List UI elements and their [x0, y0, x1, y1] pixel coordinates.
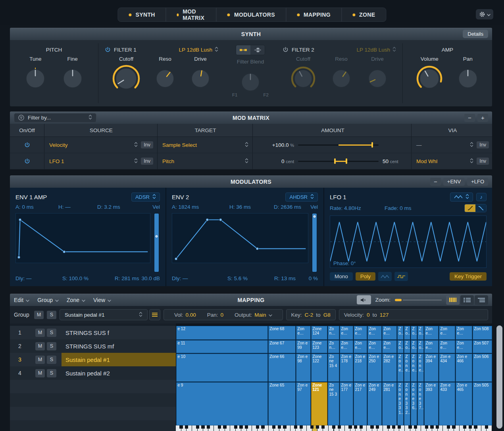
row-mute-button[interactable]: M: [35, 329, 45, 337]
piano-key-black[interactable]: [425, 425, 428, 429]
piano-key-black[interactable]: [408, 425, 412, 429]
row-mute-button[interactable]: M: [35, 369, 45, 377]
lfo-waveform-dropdown[interactable]: [450, 192, 473, 202]
zone-cell[interactable]: Z o…: [417, 340, 424, 353]
zone-cell[interactable]: Zon e 433: [439, 382, 455, 425]
row-solo-button[interactable]: S: [47, 329, 56, 337]
group-output-dropdown[interactable]: Output:Main: [229, 312, 278, 318]
env2-graph[interactable]: [172, 213, 308, 263]
zone-cell[interactable]: Zon e…: [367, 340, 382, 353]
env2-delay[interactable]: Dly: —: [172, 275, 227, 281]
zone-cell[interactable]: Zone 65: [268, 382, 296, 425]
env2-hold[interactable]: H: 36 ms: [229, 204, 274, 210]
zone-cell[interactable]: Z o n e…: [397, 354, 404, 382]
zone-cell[interactable]: Z o…: [397, 340, 404, 353]
piano-key-black[interactable]: [234, 425, 237, 429]
group-row[interactable]: 4 M S Sustain pedal #2: [10, 366, 176, 380]
env1-vel-amount[interactable]: 30.0 dB: [141, 275, 160, 281]
zone-cell[interactable]: Zon e…: [354, 340, 367, 353]
piano-key-black[interactable]: [447, 425, 450, 429]
zone-cell[interactable]: Zon e…: [424, 326, 439, 340]
zone-cell[interactable]: Zon e 434: [439, 354, 455, 382]
filter-parallel-button[interactable]: [250, 45, 265, 55]
zone-cell[interactable]: Z o n e 3 6…: [411, 382, 417, 425]
piano-key-black[interactable]: [469, 425, 472, 429]
zone-cell[interactable]: Zon e…: [456, 326, 472, 340]
zone-cell[interactable]: Zo ne 15 4: [328, 354, 339, 382]
zone-cell[interactable]: Zon e 97: [296, 382, 311, 425]
fade-in-button[interactable]: [465, 204, 475, 212]
piano-key-black[interactable]: [387, 425, 390, 429]
tab-mapping[interactable]: MAPPING: [286, 8, 341, 21]
settings-gear-button[interactable]: [476, 9, 493, 19]
group-velocity-range-box[interactable]: Velocity: 0 to 127: [339, 309, 488, 320]
via-dropdown[interactable]: —: [416, 142, 473, 148]
piano-key-black[interactable]: [414, 425, 417, 429]
piano-key-black[interactable]: [207, 425, 210, 429]
zone-cell[interactable]: Zon 506: [473, 354, 492, 382]
row-mute-button[interactable]: M: [35, 356, 45, 364]
remove-modulator-button[interactable]: −: [430, 178, 441, 186]
piano-key-black[interactable]: [278, 425, 281, 429]
piano-key-black[interactable]: [338, 425, 341, 429]
zone-cell[interactable]: Z o n e…: [404, 354, 410, 382]
source-dropdown[interactable]: LFO 1: [49, 158, 138, 165]
tab-mod-matrix[interactable]: MOD MATRIX: [166, 8, 216, 21]
zone-cell[interactable]: Z o n e…: [417, 354, 424, 382]
zone-cell[interactable]: Zon e…: [340, 340, 353, 353]
lfo-rate[interactable]: Rate: 4.80Hz: [330, 205, 385, 211]
piano-key-black[interactable]: [272, 425, 275, 429]
zone-cell[interactable]: Z o…: [397, 326, 404, 340]
piano-key-black[interactable]: [223, 425, 226, 429]
zone-cell[interactable]: e 9: [176, 382, 268, 425]
filter2-power-button[interactable]: [283, 47, 289, 53]
env2-vel-amount[interactable]: 0 %: [309, 275, 318, 281]
group-volume-field[interactable]: Vol:0.00: [169, 312, 202, 318]
group-row-selected[interactable]: 3 M S Sustain pedal #1: [10, 353, 176, 366]
row-power-button[interactable]: [24, 158, 30, 164]
env1-decay[interactable]: D: 3.2 ms: [97, 204, 152, 210]
amount-range-slider[interactable]: [298, 158, 379, 164]
piano-key-black[interactable]: [179, 425, 183, 429]
zone-cell[interactable]: e 12: [176, 326, 268, 340]
volume-knob[interactable]: [416, 65, 443, 94]
tab-synth[interactable]: SYNTH: [118, 8, 165, 21]
piano-key-black[interactable]: [463, 425, 466, 429]
zone-cell[interactable]: Zon e 282: [382, 354, 397, 382]
piano-key-black[interactable]: [316, 425, 319, 429]
env1-attack[interactable]: A: 0 ms: [15, 204, 58, 210]
piano-keyboard[interactable]: [176, 425, 492, 431]
zone-cell[interactable]: Zon e 99: [296, 340, 311, 353]
piano-key-black[interactable]: [196, 425, 199, 429]
lfo-fade[interactable]: Fade: 0 ms: [385, 205, 464, 211]
piano-key-black[interactable]: [185, 425, 188, 429]
filter-blend-knob[interactable]: [239, 71, 262, 94]
tab-zone[interactable]: ZONE: [341, 8, 386, 21]
source-dropdown[interactable]: Velocity: [49, 142, 138, 148]
piano-key-black[interactable]: [332, 425, 335, 429]
zone-cell[interactable]: Z o…: [404, 340, 410, 353]
zone-cell[interactable]: Zon 505: [473, 382, 492, 425]
zone-cell[interactable]: Z o…: [411, 326, 417, 340]
zone-cell-selected[interactable]: Zone 121: [311, 382, 327, 425]
row-mute-button[interactable]: M: [35, 342, 45, 350]
via-invert-button[interactable]: Inv: [477, 158, 489, 165]
slider-handle[interactable]: [334, 158, 336, 164]
group-row-empty[interactable]: [10, 393, 176, 407]
zone-cell[interactable]: Z o n e 3 3 2…: [404, 382, 410, 425]
piano-key-black[interactable]: [321, 425, 325, 429]
key-trigger-button[interactable]: Key Trigger: [450, 272, 487, 281]
piano-key-black[interactable]: [218, 425, 221, 429]
add-modulation-button[interactable]: +: [477, 114, 488, 122]
edit-menu[interactable]: Edit: [14, 297, 29, 303]
group-row[interactable]: 2 M S STRINGS SUS mf: [10, 339, 176, 353]
view-zone-list-button[interactable]: [475, 295, 488, 305]
add-env-button[interactable]: +ENV: [443, 178, 465, 186]
filter2-drive-knob[interactable]: [366, 67, 389, 91]
via-invert-button[interactable]: Inv: [477, 141, 489, 148]
env2-release[interactable]: R: 13 ms: [274, 275, 309, 281]
zone-cell[interactable]: Zone 66: [268, 354, 296, 382]
slider-handle[interactable]: [346, 158, 347, 164]
zone-cell[interactable]: Zon e…: [382, 340, 397, 353]
zone-cell[interactable]: Zo ne 15 3: [328, 382, 339, 425]
